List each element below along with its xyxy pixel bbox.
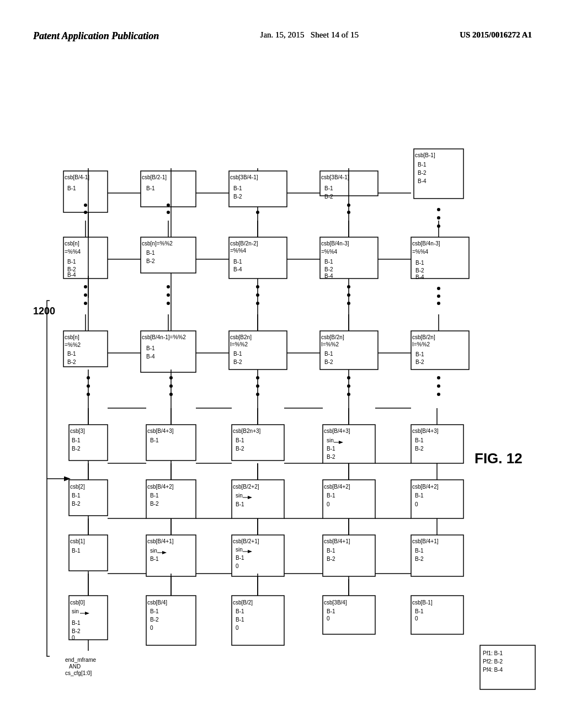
- svg-text:csb[B2n]: csb[B2n]: [230, 334, 252, 340]
- svg-text:B-1: B-1: [72, 493, 81, 499]
- svg-text:B-2: B-2: [236, 446, 244, 452]
- svg-text:B-4: B-4: [324, 273, 333, 279]
- svg-text:B-1: B-1: [415, 548, 424, 554]
- svg-text:B-2: B-2: [72, 628, 81, 634]
- svg-point-37: [84, 293, 87, 297]
- svg-text:B-1: B-1: [324, 185, 333, 191]
- svg-text:csb[B/4n-1]=%%2: csb[B/4n-1]=%%2: [142, 334, 186, 340]
- svg-text:B-1: B-1: [324, 259, 333, 265]
- svg-text:csb[3B/4-1]: csb[3B/4-1]: [321, 174, 349, 180]
- svg-text:FIG. 12: FIG. 12: [475, 450, 523, 467]
- svg-text:csb[B/2n]: csb[B/2n]: [412, 334, 435, 340]
- svg-text:sin: sin: [327, 437, 334, 443]
- figure-12-diagram: text { font-family: Arial, sans-serif; f…: [17, 77, 546, 717]
- svg-text:sin: sin: [150, 548, 157, 554]
- svg-text:csb[B2n+3]: csb[B2n+3]: [233, 428, 261, 434]
- svg-text:B-1: B-1: [415, 608, 424, 614]
- svg-text:csb[B/2+2]: csb[B/2+2]: [233, 484, 259, 490]
- pub-date: Jan. 15, 2015: [260, 30, 305, 39]
- svg-text:I=%%2: I=%%2: [412, 341, 430, 347]
- svg-text:B-1: B-1: [150, 608, 159, 614]
- svg-point-205: [437, 287, 440, 290]
- svg-text:csb[3B/4-1]: csb[3B/4-1]: [230, 174, 258, 180]
- svg-text:csb[B/4-1]: csb[B/4-1]: [65, 174, 89, 180]
- svg-text:B-1: B-1: [146, 345, 155, 351]
- svg-text:csb[B/4+1]: csb[B/4+1]: [412, 538, 439, 544]
- svg-text:B-1: B-1: [327, 493, 335, 499]
- svg-text:B-1: B-1: [418, 162, 427, 168]
- svg-text:B-2: B-2: [418, 170, 427, 176]
- pub-info: Jan. 15, 2015 Sheet 14 of 15: [260, 30, 359, 40]
- svg-text:B-1: B-1: [324, 351, 333, 357]
- svg-text:csb[3B/4]: csb[3B/4]: [324, 599, 347, 606]
- svg-text:csb[B-1]: csb[B-1]: [412, 599, 433, 606]
- svg-text:B-4: B-4: [415, 274, 424, 280]
- svg-text:B-4: B-4: [418, 178, 427, 184]
- svg-text:csb[B/2n-2]: csb[B/2n-2]: [230, 240, 258, 247]
- svg-text:0: 0: [150, 625, 153, 631]
- svg-text:B-1: B-1: [146, 185, 155, 191]
- svg-text:B-4: B-4: [67, 272, 76, 278]
- svg-text:csb[B/2]: csb[B/2]: [233, 599, 253, 606]
- svg-text:B-1: B-1: [415, 493, 424, 499]
- svg-text:csb[B/4+2]: csb[B/4+2]: [147, 484, 174, 490]
- svg-text:B-1: B-1: [150, 493, 159, 499]
- svg-text:B-1: B-1: [415, 260, 424, 266]
- svg-text:B-1: B-1: [327, 446, 335, 452]
- svg-text:csb[B/4+2]: csb[B/4+2]: [412, 484, 439, 490]
- svg-point-80: [167, 302, 170, 305]
- svg-text:csb[1]: csb[1]: [70, 538, 85, 544]
- svg-text:B-1: B-1: [150, 437, 159, 443]
- svg-text:B-1: B-1: [72, 437, 81, 443]
- svg-text:csb[B/4+3]: csb[B/4+3]: [412, 428, 439, 434]
- svg-point-213: [437, 384, 440, 388]
- svg-text:B-2: B-2: [327, 454, 335, 460]
- svg-text:Pf2: B-2: Pf2: B-2: [483, 659, 503, 665]
- svg-text:=%%4: =%%4: [65, 249, 81, 255]
- svg-text:B-1: B-1: [233, 259, 242, 265]
- svg-text:B-1: B-1: [236, 555, 244, 561]
- svg-text:B-1: B-1: [327, 548, 335, 554]
- svg-text:csb[n]: csb[n]: [65, 240, 79, 247]
- svg-text:B-1: B-1: [67, 259, 76, 265]
- svg-point-194: [437, 216, 440, 220]
- svg-text:0: 0: [236, 625, 239, 631]
- svg-text:end_mframe: end_mframe: [65, 657, 97, 663]
- svg-text:B-1: B-1: [327, 608, 335, 614]
- svg-text:B-2: B-2: [324, 194, 333, 200]
- svg-text:csb[B/2+1]: csb[B/2+1]: [233, 538, 259, 544]
- svg-text:B-2: B-2: [146, 258, 155, 264]
- svg-text:B-1: B-1: [236, 437, 244, 443]
- svg-text:csb[n]: csb[n]: [65, 334, 79, 340]
- svg-text:B-2: B-2: [415, 556, 424, 562]
- svg-text:B-2: B-2: [233, 359, 242, 365]
- svg-point-214: [437, 376, 440, 379]
- svg-text:B-1: B-1: [236, 608, 244, 614]
- svg-text:0: 0: [72, 635, 75, 641]
- svg-text:B-4: B-4: [233, 266, 242, 272]
- svg-point-204: [437, 295, 440, 298]
- svg-point-212: [437, 393, 440, 396]
- svg-text:0: 0: [415, 615, 418, 622]
- svg-text:B-2: B-2: [233, 194, 242, 200]
- svg-text:csb[2]: csb[2]: [70, 484, 85, 490]
- svg-text:B-2: B-2: [67, 359, 76, 365]
- svg-text:csb[B/2-1]: csb[B/2-1]: [142, 174, 167, 180]
- svg-text:sin: sin: [72, 608, 79, 614]
- svg-text:AND: AND: [69, 663, 81, 670]
- svg-text:sin: sin: [236, 547, 243, 553]
- svg-text:B-1: B-1: [150, 556, 159, 562]
- svg-point-92: [167, 204, 170, 207]
- page: Patent Application Publication Jan. 15, …: [0, 0, 565, 728]
- svg-text:csb[B/4+1]: csb[B/4+1]: [147, 538, 174, 544]
- svg-text:cs_cfg[1:0]: cs_cfg[1:0]: [65, 670, 92, 676]
- svg-text:B-1: B-1: [236, 617, 244, 623]
- svg-point-50: [84, 204, 87, 207]
- svg-text:B-1: B-1: [415, 351, 424, 357]
- svg-text:B-2: B-2: [327, 556, 335, 562]
- svg-text:csb[3]: csb[3]: [70, 428, 85, 434]
- svg-text:csb[B/4+3]: csb[B/4+3]: [147, 428, 174, 434]
- page-header: Patent Application Publication Jan. 15, …: [33, 30, 532, 42]
- svg-point-49: [84, 211, 87, 214]
- svg-text:I=%%2: I=%%2: [230, 341, 248, 347]
